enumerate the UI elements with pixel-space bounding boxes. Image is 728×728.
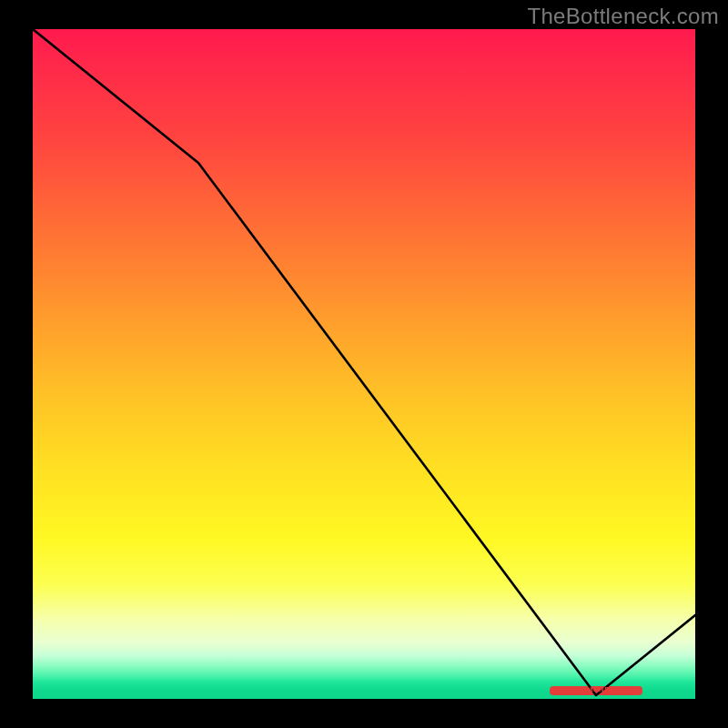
bottleneck-curve: [33, 29, 695, 699]
watermark-text: TheBottleneck.com: [527, 4, 719, 29]
curve-path: [33, 29, 695, 695]
recommended-strip-label: RECOMMENDED: [557, 685, 622, 693]
chart-canvas: TheBottleneck.com RECOMMENDED: [0, 0, 728, 728]
plot-area: RECOMMENDED: [33, 29, 695, 699]
